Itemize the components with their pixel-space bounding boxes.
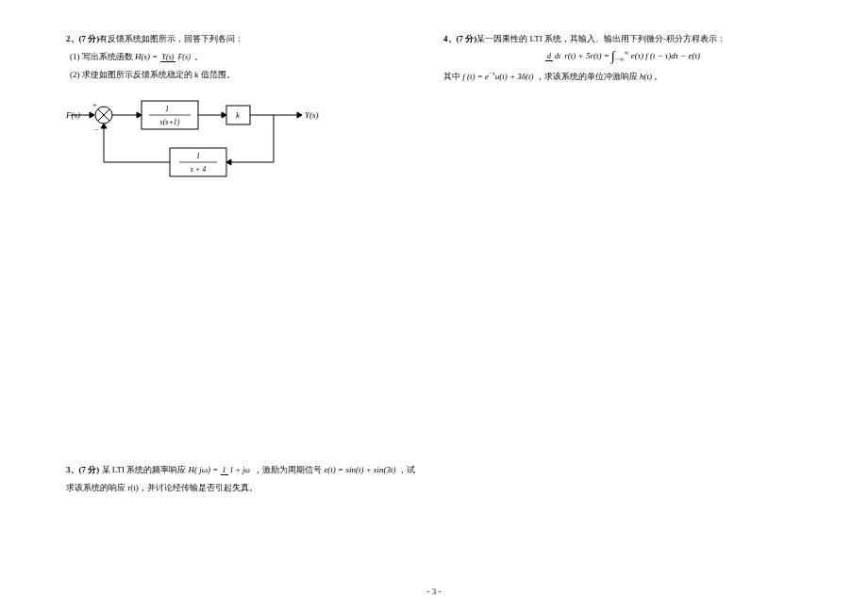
q2-part2: (2) 求使如图所示反馈系统稳定的 k 值范围。	[70, 69, 425, 81]
q3-line2: 求该系统的响应 r(t)，并讨论经传输是否引起失真。	[66, 482, 425, 494]
sum-plus: +	[92, 101, 97, 109]
q4-l2eq2: u(t) + 3δ(t)	[495, 72, 534, 81]
q4-line2: 其中 f (t) = e−tu(t) + 3δ(t) ，求该系统的单位冲激响应 …	[443, 70, 802, 83]
q4-d: d	[545, 52, 553, 61]
q2-frac-num: Y(s)	[160, 53, 176, 62]
diagram-input: F(s)	[66, 110, 80, 120]
q4-l2a: 其中	[443, 72, 462, 81]
q4-equation: ddt r(t) + 5r(t) = ∫−∞∞ e(τ) f (t − τ)dτ…	[443, 49, 802, 64]
q4-line1: 某一因果性的 LTI 系统，其输入、输出用下列微分-积分方程表示：	[476, 34, 726, 43]
q3-header-prefix: 3、(7 分)	[66, 465, 99, 474]
q4-l2c: 。	[652, 72, 662, 81]
block3-num: 1	[196, 152, 200, 160]
q4-header-prefix: 4、(7 分)	[443, 34, 476, 43]
svg-marker-7	[222, 112, 226, 118]
q2-part1-label: (1) 写出系统函数	[70, 52, 135, 61]
q3-line1a: 某 LTI 系统的频率响应	[99, 465, 188, 474]
q4-l2eq: f (t) = e	[462, 72, 489, 81]
q4-l2b: ，求该系统的单位冲激响应	[534, 72, 641, 81]
int-lo: −∞	[615, 56, 625, 63]
svg-marker-10	[297, 112, 302, 118]
svg-marker-13	[226, 159, 231, 165]
q2-part1: (1) 写出系统函数 H(s) = Y(s)F(s) 。	[70, 51, 425, 63]
question-4: 4、(7 分)某一因果性的 LTI 系统，其输入、输出用下列微分-积分方程表示：…	[443, 33, 802, 83]
q3-line1c: ，试	[396, 465, 415, 474]
feedback-diagram: F(s) Y(s) + − 1 s(s+1) k 1 s + 4	[66, 87, 321, 191]
block3-den: s + 4	[191, 165, 207, 174]
q4-rhs: e(τ) f (t − τ)dτ − e(t)	[629, 51, 701, 60]
q2-frac-den: F(s)	[175, 53, 192, 61]
q3-frac: 11 + jω	[221, 467, 252, 474]
block1-num: 1	[165, 105, 169, 113]
diagram-output: Y(s)	[305, 110, 319, 120]
q4-l2exp: −t	[489, 70, 495, 77]
q3-eqlead: H( jω) =	[188, 465, 220, 474]
question-3: 3、(7 分) 某 LTI 系统的频率响应 H( jω) = 11 + jω ，…	[66, 464, 425, 494]
q3-frac-den: 1 + jω	[228, 466, 252, 474]
sum-minus: −	[94, 125, 99, 134]
svg-marker-1	[90, 112, 94, 118]
svg-marker-17	[101, 124, 107, 128]
question-2: 2、(7 分)有反馈系统如图所示，回答下列各问： (1) 写出系统函数 H(s)…	[66, 33, 425, 191]
q2-part1-eqlead: H(s) =	[135, 52, 160, 61]
q4-ddt: ddt	[545, 53, 562, 60]
q2-header-prefix: 2、(7 分)	[66, 34, 99, 43]
q2-part1-frac: Y(s)F(s)	[160, 54, 192, 61]
q3-eq2: e(t) = sin(t) + sin(3t)	[324, 465, 395, 474]
page-number: - 3 -	[0, 587, 868, 596]
q3-line1b: ，激励为周期信号	[252, 465, 325, 474]
q4-lhs-c: r(t) + 5r(t) =	[562, 51, 611, 60]
block-k: k	[236, 110, 241, 120]
q3-frac-num: 1	[221, 466, 228, 475]
svg-marker-4	[137, 112, 142, 118]
block1-den: s(s+1)	[160, 118, 180, 126]
q4-l2eq3: h(t)	[640, 72, 652, 81]
q2-part1-tail: 。	[192, 52, 203, 61]
q2-header-text: 有反馈系统如图所示，回答下列各问：	[99, 34, 243, 43]
q4-dt: dt	[553, 52, 562, 60]
